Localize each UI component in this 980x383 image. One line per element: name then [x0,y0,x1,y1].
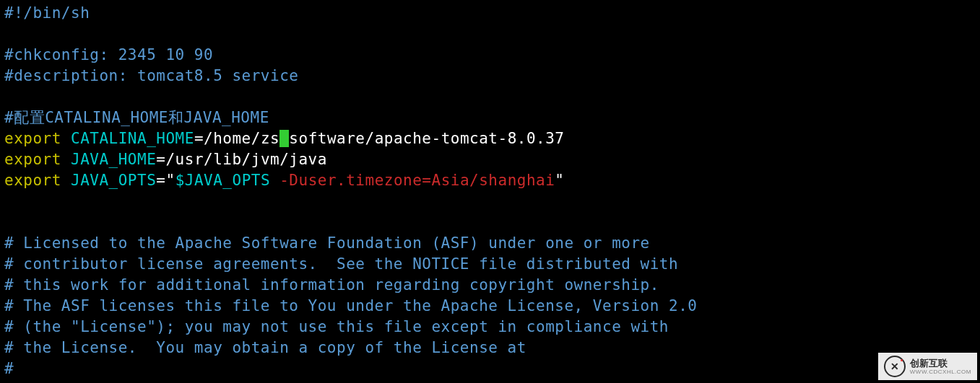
var-ref: $JAVA_OPTS [175,172,270,189]
string: -Duser.timezone=Asia/shanghai [270,172,555,189]
code-line: #description: tomcat8.5 service [4,67,298,84]
code-line: # (the "License"); you may not use this … [4,318,669,335]
shell-script-editor[interactable]: #!/bin/sh #chkconfig: 2345 10 90 #descri… [0,0,980,382]
code-line: # [4,360,14,377]
logo-title: 创新互联 [910,358,971,368]
code-line: # Licensed to the Apache Software Founda… [4,234,650,252]
quote: " [555,172,564,189]
code-line: # contributor license agreements. See th… [4,255,678,273]
code-line: # this work for additional information r… [4,276,659,294]
var-catalina-home: CATALINA_HOME [71,130,194,147]
var-java-opts: JAVA_OPTS [71,172,156,189]
value: =/usr/lib/jvm/java [156,151,327,168]
code-line: #chkconfig: 2345 10 90 [4,46,213,63]
code-line: #!/bin/sh [4,4,90,22]
code-line: #配置CATALINA_HOME和JAVA_HOME [4,109,269,126]
value: software/apache-tomcat-8.0.37 [289,130,564,147]
watermark-logo: ✕ 创新互联 WWW.CDCXHL.COM [878,353,977,380]
quote: " [165,172,175,189]
keyword-export: export [4,130,61,147]
code-line: # The ASF licenses this file to You unde… [4,297,697,314]
keyword-export: export [4,172,61,189]
value: =/home/zs [194,130,279,147]
logo-subtitle: WWW.CDCXHL.COM [910,369,971,375]
var-java-home: JAVA_HOME [71,151,156,168]
text-cursor: / [279,130,289,147]
logo-mark-icon: ✕ [884,356,906,377]
keyword-export: export [4,151,61,168]
value: = [156,172,165,189]
code-line: # the License. You may obtain a copy of … [4,339,526,356]
